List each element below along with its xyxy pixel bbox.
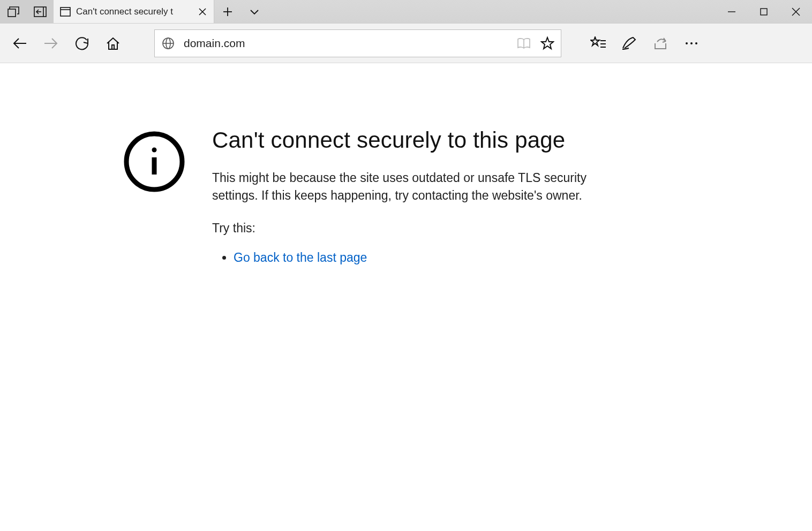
- tab-preview-button[interactable]: [0, 0, 27, 24]
- titlebar-system-buttons: [0, 0, 54, 23]
- list-item: Go back to the last page: [234, 251, 619, 265]
- more-button[interactable]: [676, 27, 707, 59]
- svg-marker-22: [591, 37, 599, 45]
- forward-button[interactable]: [35, 27, 66, 59]
- error-title: Can't connect securely to this page: [212, 127, 619, 153]
- favorite-star-icon[interactable]: [539, 36, 555, 50]
- tab-actions-dropdown[interactable]: [241, 0, 268, 24]
- svg-marker-21: [542, 37, 553, 49]
- new-tab-button[interactable]: [214, 0, 241, 24]
- browser-tab[interactable]: Can't connect securely t: [54, 0, 214, 23]
- svg-point-29: [695, 42, 697, 44]
- toolbar: [0, 24, 812, 63]
- svg-line-26: [663, 41, 666, 42]
- tabbar-actions: [214, 0, 268, 23]
- home-button[interactable]: [97, 27, 129, 59]
- favorites-list-button[interactable]: [583, 27, 614, 59]
- error-description: This might be because the site uses outd…: [212, 169, 619, 205]
- share-button[interactable]: [645, 27, 676, 59]
- maximize-button[interactable]: [748, 0, 780, 24]
- svg-rect-16: [112, 45, 114, 49]
- close-tab-button[interactable]: [199, 8, 206, 16]
- toolbar-right: [583, 27, 707, 59]
- svg-rect-11: [761, 9, 767, 15]
- refresh-button[interactable]: [66, 27, 97, 59]
- notes-button[interactable]: [614, 27, 645, 59]
- globe-icon: [160, 37, 176, 50]
- go-back-link[interactable]: Go back to the last page: [234, 251, 367, 264]
- url-input[interactable]: [184, 37, 508, 50]
- error-block: Can't connect securely to this page This…: [212, 127, 619, 265]
- close-window-button[interactable]: [780, 0, 812, 24]
- window-controls: [716, 0, 812, 23]
- minimize-button[interactable]: [716, 0, 748, 24]
- info-icon: [123, 127, 185, 193]
- reading-view-icon[interactable]: [516, 37, 532, 49]
- set-aside-tabs-button[interactable]: [27, 0, 54, 24]
- svg-point-32: [152, 148, 157, 153]
- titlebar: Can't connect securely t: [0, 0, 812, 24]
- svg-point-27: [686, 42, 688, 44]
- page-icon: [60, 7, 71, 17]
- svg-point-28: [690, 42, 693, 44]
- svg-rect-4: [61, 7, 70, 16]
- svg-rect-0: [8, 9, 16, 17]
- try-this-label: Try this:: [212, 221, 619, 236]
- back-button[interactable]: [4, 27, 35, 59]
- suggestion-list: Go back to the last page: [212, 251, 619, 265]
- address-bar[interactable]: [154, 29, 561, 57]
- tab-title: Can't connect securely t: [76, 6, 193, 17]
- page-content: Can't connect securely to this page This…: [0, 63, 812, 265]
